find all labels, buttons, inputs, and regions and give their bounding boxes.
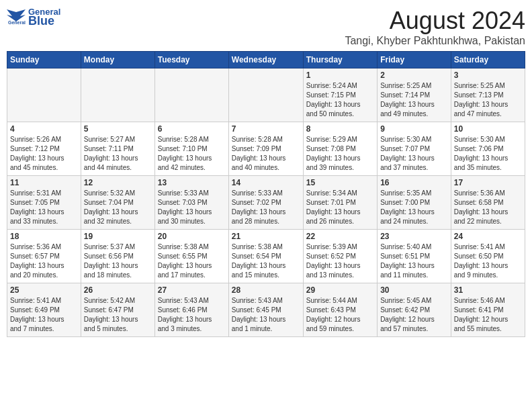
day-number: 30 (380, 285, 448, 295)
day-info: Sunrise: 5:33 AM Sunset: 7:03 PM Dayligh… (158, 189, 226, 226)
day-info: Sunrise: 5:32 AM Sunset: 7:04 PM Dayligh… (84, 189, 152, 226)
calendar-cell: 20Sunrise: 5:38 AM Sunset: 6:55 PM Dayli… (154, 230, 228, 283)
calendar-cell: 7Sunrise: 5:28 AM Sunset: 7:09 PM Daylig… (228, 122, 303, 176)
day-number: 8 (306, 124, 374, 134)
day-number: 13 (158, 178, 226, 187)
day-number: 26 (84, 285, 152, 295)
calendar-cell: 12Sunrise: 5:32 AM Sunset: 7:04 PM Dayli… (81, 176, 154, 230)
day-number: 18 (10, 232, 78, 241)
weekday-header-monday: Monday (81, 52, 154, 68)
day-info: Sunrise: 5:38 AM Sunset: 6:55 PM Dayligh… (158, 242, 226, 280)
day-info: Sunrise: 5:30 AM Sunset: 7:06 PM Dayligh… (454, 135, 522, 173)
calendar-cell: 9Sunrise: 5:30 AM Sunset: 7:07 PM Daylig… (378, 122, 451, 176)
calendar-cell (81, 68, 154, 122)
calendar-cell: 18Sunrise: 5:36 AM Sunset: 6:57 PM Dayli… (7, 230, 81, 283)
day-number: 7 (232, 124, 300, 134)
calendar-cell (154, 68, 228, 122)
day-number: 25 (10, 285, 78, 295)
calendar-cell: 10Sunrise: 5:30 AM Sunset: 7:06 PM Dayli… (451, 122, 525, 176)
day-info: Sunrise: 5:26 AM Sunset: 7:12 PM Dayligh… (10, 135, 78, 173)
day-info: Sunrise: 5:40 AM Sunset: 6:51 PM Dayligh… (380, 242, 448, 280)
day-info: Sunrise: 5:45 AM Sunset: 6:42 PM Dayligh… (380, 296, 448, 334)
logo-icon: General (7, 9, 26, 26)
calendar-cell: 31Sunrise: 5:46 AM Sunset: 6:41 PM Dayli… (451, 283, 525, 337)
day-info: Sunrise: 5:34 AM Sunset: 7:01 PM Dayligh… (306, 189, 374, 226)
calendar-cell: 26Sunrise: 5:42 AM Sunset: 6:47 PM Dayli… (81, 283, 154, 337)
day-number: 27 (158, 285, 226, 295)
calendar-week-row: 11Sunrise: 5:31 AM Sunset: 7:05 PM Dayli… (7, 176, 525, 230)
day-info: Sunrise: 5:31 AM Sunset: 7:05 PM Dayligh… (10, 189, 78, 226)
day-number: 11 (10, 178, 78, 187)
day-number: 29 (306, 285, 374, 295)
day-number: 2 (380, 71, 448, 80)
day-number: 17 (454, 178, 522, 187)
calendar-cell: 19Sunrise: 5:37 AM Sunset: 6:56 PM Dayli… (81, 230, 154, 283)
day-info: Sunrise: 5:44 AM Sunset: 6:43 PM Dayligh… (306, 296, 374, 334)
day-info: Sunrise: 5:46 AM Sunset: 6:41 PM Dayligh… (454, 296, 522, 334)
day-info: Sunrise: 5:42 AM Sunset: 6:47 PM Dayligh… (84, 296, 152, 334)
day-info: Sunrise: 5:37 AM Sunset: 6:56 PM Dayligh… (84, 242, 152, 280)
day-number: 31 (454, 285, 522, 295)
calendar-table: SundayMondayTuesdayWednesdayThursdayFrid… (7, 51, 525, 337)
calendar-cell: 5Sunrise: 5:27 AM Sunset: 7:11 PM Daylig… (81, 122, 154, 176)
day-info: Sunrise: 5:41 AM Sunset: 6:49 PM Dayligh… (10, 296, 78, 334)
day-info: Sunrise: 5:25 AM Sunset: 7:13 PM Dayligh… (454, 81, 522, 119)
day-info: Sunrise: 5:43 AM Sunset: 6:46 PM Dayligh… (158, 296, 226, 334)
day-info: Sunrise: 5:39 AM Sunset: 6:52 PM Dayligh… (306, 242, 374, 280)
day-number: 24 (454, 232, 522, 241)
day-info: Sunrise: 5:33 AM Sunset: 7:02 PM Dayligh… (232, 189, 300, 226)
calendar-cell: 30Sunrise: 5:45 AM Sunset: 6:42 PM Dayli… (378, 283, 451, 337)
logo: General General Blue (7, 7, 60, 28)
day-number: 22 (306, 232, 374, 241)
day-info: Sunrise: 5:35 AM Sunset: 7:00 PM Dayligh… (380, 189, 448, 226)
calendar-cell: 28Sunrise: 5:43 AM Sunset: 6:45 PM Dayli… (228, 283, 303, 337)
month-year-title: August 2024 (345, 7, 525, 35)
calendar-week-row: 1Sunrise: 5:24 AM Sunset: 7:15 PM Daylig… (7, 68, 525, 122)
title-block: August 2024 Tangi, Khyber Pakhtunkhwa, P… (345, 7, 525, 47)
day-number: 14 (232, 178, 300, 187)
calendar-cell: 24Sunrise: 5:41 AM Sunset: 6:50 PM Dayli… (451, 230, 525, 283)
svg-text:General: General (8, 20, 26, 25)
day-number: 9 (380, 124, 448, 134)
weekday-header-saturday: Saturday (451, 52, 525, 68)
calendar-cell: 25Sunrise: 5:41 AM Sunset: 6:49 PM Dayli… (7, 283, 81, 337)
day-info: Sunrise: 5:24 AM Sunset: 7:15 PM Dayligh… (306, 81, 374, 119)
weekday-header-row: SundayMondayTuesdayWednesdayThursdayFrid… (7, 52, 525, 68)
day-number: 16 (380, 178, 448, 187)
day-number: 12 (84, 178, 152, 187)
calendar-cell: 14Sunrise: 5:33 AM Sunset: 7:02 PM Dayli… (228, 176, 303, 230)
page-header: General General Blue August 2024 Tangi, … (7, 7, 525, 47)
day-number: 15 (306, 178, 374, 187)
day-info: Sunrise: 5:30 AM Sunset: 7:07 PM Dayligh… (380, 135, 448, 173)
weekday-header-sunday: Sunday (7, 52, 81, 68)
day-number: 23 (380, 232, 448, 241)
day-info: Sunrise: 5:27 AM Sunset: 7:11 PM Dayligh… (84, 135, 152, 173)
calendar-cell (7, 68, 81, 122)
calendar-cell: 4Sunrise: 5:26 AM Sunset: 7:12 PM Daylig… (7, 122, 81, 176)
calendar-cell: 13Sunrise: 5:33 AM Sunset: 7:03 PM Dayli… (154, 176, 228, 230)
day-number: 21 (232, 232, 300, 241)
day-number: 6 (158, 124, 226, 134)
calendar-cell: 16Sunrise: 5:35 AM Sunset: 7:00 PM Dayli… (378, 176, 451, 230)
day-number: 4 (10, 124, 78, 134)
calendar-cell: 17Sunrise: 5:36 AM Sunset: 6:58 PM Dayli… (451, 176, 525, 230)
location-subtitle: Tangi, Khyber Pakhtunkhwa, Pakistan (345, 35, 525, 47)
calendar-week-row: 25Sunrise: 5:41 AM Sunset: 6:49 PM Dayli… (7, 283, 525, 337)
calendar-cell: 22Sunrise: 5:39 AM Sunset: 6:52 PM Dayli… (303, 230, 377, 283)
calendar-week-row: 18Sunrise: 5:36 AM Sunset: 6:57 PM Dayli… (7, 230, 525, 283)
weekday-header-friday: Friday (378, 52, 451, 68)
day-info: Sunrise: 5:36 AM Sunset: 6:58 PM Dayligh… (454, 189, 522, 226)
weekday-header-thursday: Thursday (303, 52, 377, 68)
day-info: Sunrise: 5:25 AM Sunset: 7:14 PM Dayligh… (380, 81, 448, 119)
day-number: 5 (84, 124, 152, 134)
calendar-cell: 15Sunrise: 5:34 AM Sunset: 7:01 PM Dayli… (303, 176, 377, 230)
calendar-cell: 11Sunrise: 5:31 AM Sunset: 7:05 PM Dayli… (7, 176, 81, 230)
day-info: Sunrise: 5:43 AM Sunset: 6:45 PM Dayligh… (232, 296, 300, 334)
day-number: 1 (306, 71, 374, 80)
calendar-cell: 29Sunrise: 5:44 AM Sunset: 6:43 PM Dayli… (303, 283, 377, 337)
calendar-cell: 6Sunrise: 5:28 AM Sunset: 7:10 PM Daylig… (154, 122, 228, 176)
calendar-week-row: 4Sunrise: 5:26 AM Sunset: 7:12 PM Daylig… (7, 122, 525, 176)
weekday-header-tuesday: Tuesday (154, 52, 228, 68)
day-info: Sunrise: 5:29 AM Sunset: 7:08 PM Dayligh… (306, 135, 374, 173)
day-number: 10 (454, 124, 522, 134)
